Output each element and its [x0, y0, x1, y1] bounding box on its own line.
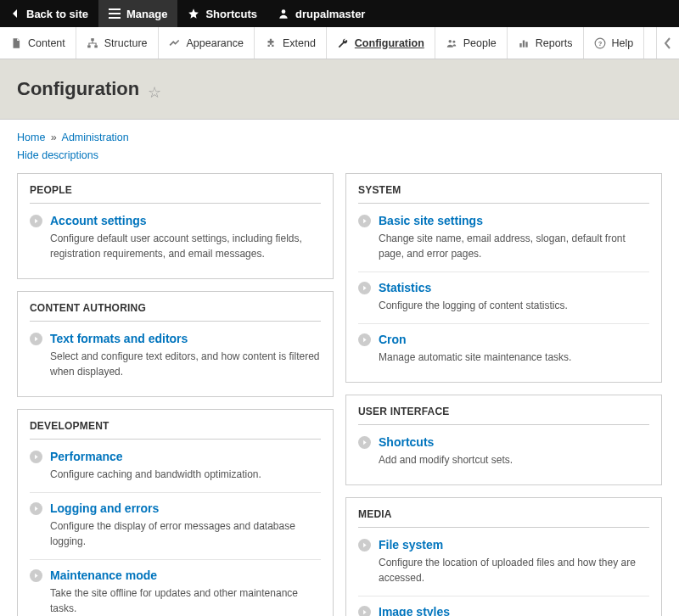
- panel-title: MEDIA: [358, 508, 649, 528]
- shortcuts-label: Shortcuts: [205, 8, 257, 20]
- arrow-right-icon: [358, 436, 371, 449]
- config-link[interactable]: Performance: [50, 450, 123, 463]
- people-icon: [446, 37, 457, 49]
- tab-appearance[interactable]: Appearance: [159, 27, 255, 59]
- config-link[interactable]: File system: [379, 538, 443, 552]
- manage[interactable]: Manage: [98, 0, 177, 27]
- arrow-right-icon: [358, 282, 371, 294]
- tab-people[interactable]: People: [435, 27, 508, 59]
- star-icon: [188, 8, 199, 20]
- breadcrumb: Home » Administration: [17, 132, 662, 143]
- config-panel: SYSTEMBasic site settingsChange site nam…: [345, 173, 662, 383]
- config-link[interactable]: Account settings: [50, 214, 147, 227]
- back-label: Back to site: [26, 8, 88, 20]
- user-icon: [278, 8, 289, 20]
- config-link[interactable]: Logging and errors: [50, 501, 159, 515]
- config-link[interactable]: Cron: [379, 333, 407, 346]
- config-desc: Configure the location of uploaded files…: [379, 555, 649, 585]
- config-desc: Configure the logging of content statist…: [379, 298, 649, 313]
- config-entry: Account settingsConfigure default user a…: [30, 205, 321, 272]
- svg-rect-6: [94, 45, 98, 48]
- extend-icon: [265, 37, 277, 49]
- config-link[interactable]: Image styles: [379, 605, 450, 616]
- svg-rect-10: [523, 40, 525, 47]
- config-entry: Maintenance modeTake the site offline fo…: [30, 560, 321, 616]
- config-link[interactable]: Text formats and editors: [50, 332, 188, 345]
- config-desc: Configure caching and bandwidth optimiza…: [50, 467, 321, 482]
- manage-label: Manage: [126, 8, 167, 20]
- col-left: PEOPLEAccount settingsConfigure default …: [17, 173, 334, 616]
- svg-rect-9: [519, 43, 521, 48]
- page-title-area: Configuration ☆: [0, 59, 679, 120]
- config-link[interactable]: Maintenance mode: [50, 568, 157, 582]
- config-link[interactable]: Statistics: [379, 281, 431, 294]
- arrow-right-icon: [358, 539, 371, 552]
- panel-title: DEVELOPMENT: [30, 420, 321, 440]
- config-panel: USER INTERFACEShortcutsAdd and modify sh…: [345, 395, 662, 485]
- arrow-right-icon: [30, 502, 42, 515]
- config-panel: DEVELOPMENTPerformanceConfigure caching …: [17, 409, 334, 616]
- config-desc: Configure default user account settings,…: [50, 231, 321, 261]
- config-desc: Take the site offline for updates and ot…: [50, 585, 321, 616]
- panel-title: SYSTEM: [358, 184, 649, 204]
- user-menu[interactable]: drupalmaster: [267, 0, 375, 27]
- toolbar-toggle[interactable]: [657, 27, 679, 59]
- config-entry: Image stylesConfigure styles that can be…: [358, 596, 649, 616]
- arrow-right-icon: [358, 215, 371, 227]
- breadcrumb-home[interactable]: Home: [17, 132, 45, 143]
- tab-reports[interactable]: Reports: [508, 27, 584, 59]
- reports-icon: [518, 37, 530, 49]
- config-desc: Select and configure text editors, and h…: [50, 349, 321, 379]
- structure-icon: [87, 37, 98, 49]
- favorite-star-icon[interactable]: ☆: [148, 84, 161, 101]
- config-entry: CronManage automatic site maintenance ta…: [358, 324, 649, 375]
- shortcuts[interactable]: Shortcuts: [177, 0, 267, 27]
- tab-configuration[interactable]: Configuration: [327, 27, 435, 59]
- config-entry: StatisticsConfigure the logging of conte…: [358, 272, 649, 324]
- config-link[interactable]: Basic site settings: [379, 214, 483, 227]
- config-columns: PEOPLEAccount settingsConfigure default …: [17, 173, 662, 616]
- config-panel: PEOPLEAccount settingsConfigure default …: [17, 173, 334, 279]
- config-entry: ShortcutsAdd and modify shortcut sets.: [358, 427, 649, 478]
- config-entry: Text formats and editorsSelect and confi…: [30, 323, 321, 389]
- toolbar-admin: Content Structure Appearance Extend Conf…: [0, 27, 679, 59]
- wrench-icon: [337, 37, 349, 49]
- tab-extend[interactable]: Extend: [255, 27, 327, 59]
- svg-rect-0: [109, 8, 121, 10]
- config-entry: PerformanceConfigure caching and bandwid…: [30, 441, 321, 493]
- arrow-right-icon: [30, 569, 42, 582]
- config-entry: Basic site settingsChange site name, ema…: [358, 205, 649, 272]
- svg-rect-4: [91, 38, 94, 41]
- chevron-left-icon: [664, 37, 672, 49]
- config-panel: MEDIAFile systemConfigure the location o…: [345, 497, 662, 616]
- svg-point-8: [452, 40, 455, 42]
- col-right: SYSTEMBasic site settingsChange site nam…: [345, 173, 662, 616]
- panel-title: USER INTERFACE: [358, 406, 649, 425]
- user-label: drupalmaster: [295, 8, 365, 20]
- svg-rect-11: [525, 42, 527, 47]
- toolbar-top: Back to site Manage Shortcuts drupalmast…: [0, 0, 679, 27]
- breadcrumb-admin[interactable]: Administration: [62, 132, 129, 143]
- config-desc: Configure the display of error messages …: [50, 518, 321, 549]
- tab-structure[interactable]: Structure: [76, 27, 159, 59]
- hide-descriptions[interactable]: Hide descriptions: [17, 149, 98, 161]
- back-to-site[interactable]: Back to site: [0, 0, 98, 27]
- page-title: Configuration: [17, 78, 139, 100]
- config-panel: CONTENT AUTHORINGText formats and editor…: [17, 291, 334, 397]
- tab-content[interactable]: Content: [0, 27, 76, 59]
- config-link[interactable]: Shortcuts: [379, 435, 434, 449]
- document-icon: [10, 37, 22, 49]
- config-desc: Change site name, email address, slogan,…: [379, 231, 649, 261]
- help-icon: ?: [594, 37, 606, 49]
- arrow-right-icon: [30, 215, 42, 227]
- svg-text:?: ?: [598, 39, 602, 47]
- svg-rect-1: [109, 13, 121, 14]
- tab-help[interactable]: ? Help: [584, 27, 645, 59]
- arrow-right-icon: [30, 333, 42, 345]
- chevron-left-icon: [10, 8, 20, 19]
- svg-rect-2: [109, 17, 121, 19]
- arrow-right-icon: [358, 333, 371, 346]
- panel-title: PEOPLE: [30, 184, 321, 204]
- panel-title: CONTENT AUTHORING: [30, 302, 321, 322]
- config-desc: Manage automatic site maintenance tasks.: [379, 350, 649, 365]
